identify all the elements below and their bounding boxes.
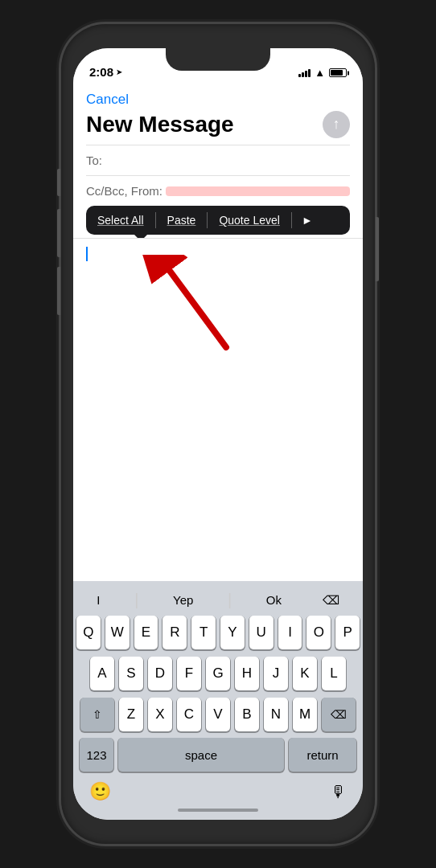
select-all-menu-item[interactable]: Select All xyxy=(86,206,155,235)
signal-strength-icon xyxy=(298,69,311,77)
power-button[interactable] xyxy=(376,217,379,281)
status-time: 2:08 ➤ xyxy=(89,65,122,79)
battery-icon xyxy=(329,68,347,77)
red-arrow-svg xyxy=(121,255,250,359)
key-l[interactable]: L xyxy=(322,657,346,690)
volume-down-button[interactable] xyxy=(57,267,60,315)
key-row-1: Q W E R T Y U I O P xyxy=(76,616,360,649)
keyboard: I | Yep | Ok ⌫ Q W E R T Y U I xyxy=(73,581,363,820)
key-q[interactable]: Q xyxy=(76,616,101,649)
key-row-2: A S D F G H J K L xyxy=(76,657,360,690)
key-d[interactable]: D xyxy=(148,657,172,690)
red-arrow-annotation xyxy=(121,255,250,362)
cancel-button[interactable]: Cancel xyxy=(86,92,129,107)
key-row-3: ⇧ Z X C V B N M ⌫ xyxy=(76,698,360,731)
key-b[interactable]: B xyxy=(235,698,259,731)
return-label: return xyxy=(306,748,338,762)
key-m[interactable]: M xyxy=(293,698,317,731)
key-s[interactable]: S xyxy=(119,657,143,690)
body-text-area[interactable] xyxy=(73,239,363,581)
key-k[interactable]: K xyxy=(293,657,317,690)
space-button[interactable]: space xyxy=(118,738,284,772)
key-o[interactable]: O xyxy=(306,616,331,649)
time-label: 2:08 xyxy=(89,65,113,79)
key-h[interactable]: H xyxy=(235,657,259,690)
predictive-row: I | Yep | Ok ⌫ xyxy=(76,588,360,616)
context-menu: Select All Paste Quote Level ► xyxy=(86,206,350,235)
more-menu-arrow[interactable]: ► xyxy=(292,206,323,235)
svg-line-1 xyxy=(170,271,226,347)
bottom-icons-row: 🙂 🎙 xyxy=(76,775,360,805)
key-j[interactable]: J xyxy=(264,657,288,690)
page-title: New Message xyxy=(86,112,234,137)
key-n[interactable]: N xyxy=(264,698,288,731)
from-address-blurred xyxy=(166,186,350,196)
text-cursor xyxy=(86,247,88,261)
notch xyxy=(166,48,270,71)
cc-label: Cc/Bcc, From: xyxy=(86,184,162,198)
status-icons: ▲ xyxy=(298,67,347,79)
key-y[interactable]: Y xyxy=(220,616,245,649)
numbers-button[interactable]: 123 xyxy=(80,738,113,772)
send-button[interactable]: ↑ xyxy=(323,111,350,138)
silent-switch[interactable] xyxy=(57,169,60,196)
key-r[interactable]: R xyxy=(162,616,187,649)
numbers-label: 123 xyxy=(86,748,106,762)
location-icon: ➤ xyxy=(116,68,122,76)
battery-fill xyxy=(331,70,343,76)
mail-header: Cancel New Message ↑ To: Cc/Bcc, From: xyxy=(73,84,363,206)
return-button[interactable]: return xyxy=(289,738,356,772)
send-arrow-icon: ↑ xyxy=(333,117,340,131)
space-label: space xyxy=(185,748,217,762)
predictive-divider-2: | xyxy=(228,591,232,609)
key-p[interactable]: P xyxy=(335,616,360,649)
predictive-item-2[interactable]: Yep xyxy=(167,592,199,608)
home-indicator xyxy=(178,809,258,812)
context-menu-wrapper: Select All Paste Quote Level ► xyxy=(73,206,363,238)
key-u[interactable]: U xyxy=(249,616,274,649)
predictive-item-3[interactable]: Ok xyxy=(260,592,288,608)
key-x[interactable]: X xyxy=(148,698,172,731)
phone-frame: 2:08 ➤ ▲ Cancel New Message xyxy=(61,24,375,844)
key-v[interactable]: V xyxy=(206,698,230,731)
backspace-button[interactable]: ⌫ xyxy=(316,592,346,609)
volume-up-button[interactable] xyxy=(57,209,60,257)
key-i[interactable]: I xyxy=(278,616,302,649)
key-z[interactable]: Z xyxy=(119,698,143,731)
cc-field-row: Cc/Bcc, From: xyxy=(86,175,350,206)
microphone-icon[interactable]: 🎙 xyxy=(331,783,347,801)
quote-level-menu-item[interactable]: Quote Level xyxy=(208,206,291,235)
key-e[interactable]: E xyxy=(134,616,158,649)
delete-key[interactable]: ⌫ xyxy=(322,698,356,731)
message-body-area[interactable] xyxy=(73,238,363,581)
predictive-divider-1: | xyxy=(134,591,138,609)
title-row: New Message ↑ xyxy=(86,111,350,145)
key-w[interactable]: W xyxy=(105,616,130,649)
key-t[interactable]: T xyxy=(191,616,216,649)
wifi-icon: ▲ xyxy=(315,67,325,79)
to-field-row: To: xyxy=(86,145,350,175)
key-f[interactable]: F xyxy=(177,657,201,690)
shift-button[interactable]: ⇧ xyxy=(80,698,114,731)
key-a[interactable]: A xyxy=(90,657,114,690)
key-g[interactable]: G xyxy=(206,657,230,690)
bottom-key-row: 123 space return xyxy=(76,731,360,775)
paste-menu-item[interactable]: Paste xyxy=(156,206,208,235)
emoji-icon[interactable]: 🙂 xyxy=(89,781,111,802)
to-label: To: xyxy=(86,154,102,167)
predictive-item-1[interactable]: I xyxy=(90,592,106,608)
key-c[interactable]: C xyxy=(177,698,201,731)
keys-grid: Q W E R T Y U I O P A S D F G xyxy=(76,616,360,731)
phone-screen: 2:08 ➤ ▲ Cancel New Message xyxy=(73,48,363,820)
